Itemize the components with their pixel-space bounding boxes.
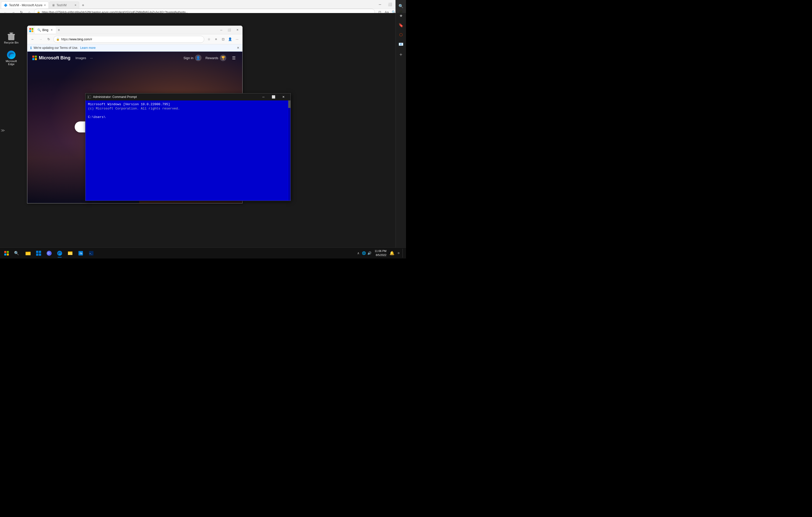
- bing-win-maximize[interactable]: ⬜: [226, 27, 233, 33]
- bing-nav-images[interactable]: Images: [76, 56, 86, 60]
- cmd-scroll-thumb: [288, 100, 290, 108]
- host-tab-active[interactable]: 🔷 TestVM - Microsoft Azure ✕: [1, 1, 49, 8]
- svg-text:>_: >_: [89, 252, 92, 255]
- bing-collections-icon[interactable]: ⊡: [220, 36, 226, 42]
- host-new-tab-button[interactable]: +: [80, 2, 86, 8]
- svg-text:D: D: [48, 252, 50, 255]
- host-tab-active-close[interactable]: ✕: [44, 4, 46, 6]
- recycle-bin-desktop-icon[interactable]: Recycle Bin: [2, 31, 20, 44]
- edge-sidebar-collections-icon[interactable]: 🔖: [397, 21, 405, 29]
- edge-sidebar-search-icon[interactable]: 🔍: [397, 2, 405, 10]
- cmd-minimize-button[interactable]: ─: [258, 93, 268, 100]
- desktop-scroll-arrow[interactable]: ≫: [1, 128, 5, 133]
- taskbar-chevron-icon[interactable]: ∧: [356, 251, 360, 255]
- host-tab-active-label: TestVM - Microsoft Azure: [9, 3, 42, 7]
- bing-rewards-text: Rewards: [205, 56, 218, 60]
- edge-desktop-icon[interactable]: Microsoft Edge: [2, 50, 20, 66]
- taskbar: 🔍 D: [0, 247, 406, 258]
- host-minimize-button[interactable]: ─: [375, 0, 385, 8]
- win-logo-sq2: [7, 251, 9, 253]
- bing-browser-app-icon: [29, 28, 34, 33]
- svg-text:C: C: [88, 96, 89, 98]
- bing-navbar: ← → ↻ 🔒 https://www.bing.com/# ☆ ≡ ⊡ 👤 ·…: [27, 34, 242, 44]
- bing-settings-icon[interactable]: ···: [234, 36, 240, 42]
- bing-tab-icon: 🔍: [37, 28, 41, 32]
- bing-win-controls: ─ ⬜ ✕: [218, 27, 241, 33]
- bing-logo-text: Microsoft Bing: [39, 55, 70, 61]
- taskbar-start-button[interactable]: [2, 249, 11, 258]
- taskbar-search-button[interactable]: 🔍: [12, 249, 21, 258]
- logo-sq3: [32, 58, 34, 60]
- taskbar-settings-icon[interactable]: ⚙: [396, 249, 401, 258]
- windows-logo-icon: [4, 251, 9, 255]
- desktop: Recycle Bin Microsoft Edge ≫: [0, 13, 406, 247]
- bing-profile-icon[interactable]: 👤: [227, 36, 233, 42]
- logo-sq2: [35, 56, 37, 58]
- notif-learn-more-link[interactable]: Learn more: [80, 46, 95, 50]
- svg-rect-1: [8, 34, 15, 35]
- bing-browser-titlebar: 🔍 Bing ✕ + ─ ⬜ ✕: [27, 26, 242, 34]
- bing-address-bar[interactable]: 🔒 https://www.bing.com/#: [53, 36, 204, 43]
- taskbar-edge-app[interactable]: [55, 248, 65, 258]
- bing-win-close[interactable]: ✕: [234, 27, 241, 33]
- cmd-line-2: (c) Microsoft Corporation. All rights re…: [88, 107, 288, 111]
- taskbar-start-menu-app[interactable]: [34, 248, 44, 258]
- store-icon: 🛍: [78, 250, 83, 256]
- cmd-line-3: [88, 111, 288, 115]
- taskbar-terminal-app[interactable]: >_: [86, 248, 96, 258]
- taskbar-clock[interactable]: 11:06 PM 8/5/2022: [373, 249, 388, 257]
- taskbar-store-app[interactable]: 🛍: [76, 248, 86, 258]
- svg-rect-8: [32, 28, 33, 30]
- bing-tab[interactable]: 🔍 Bing ✕: [35, 27, 56, 34]
- taskbar-discord-app[interactable]: D: [44, 248, 54, 258]
- edge-sidebar-favorites-icon[interactable]: ★: [397, 11, 405, 20]
- cmd-scrollbar[interactable]: [288, 100, 290, 201]
- host-tab-inactive-close[interactable]: ✕: [75, 4, 77, 6]
- cmd-body[interactable]: Microsoft Windows [Version 10.0.22000.79…: [85, 100, 290, 201]
- bing-rewards-button[interactable]: Rewards 🏆: [205, 55, 226, 61]
- taskbar-network-icon[interactable]: 🌐: [361, 251, 366, 255]
- edge-sidebar-outlook-icon[interactable]: 📧: [397, 40, 405, 48]
- azure-tab-icon: 🔷: [4, 3, 7, 7]
- logo-sq1: [32, 56, 34, 58]
- bing-reading-list-icon[interactable]: ≡: [213, 36, 219, 42]
- bing-tab-close[interactable]: ✕: [50, 28, 53, 32]
- bing-logo[interactable]: Microsoft Bing: [32, 55, 70, 61]
- taskbar-volume-icon[interactable]: 🔊: [367, 251, 372, 255]
- edge-sidebar-office-icon[interactable]: ⬡: [397, 31, 405, 38]
- cmd-maximize-button[interactable]: ⬜: [268, 93, 279, 100]
- taskbar-show-desktop-button[interactable]: [403, 249, 404, 258]
- bing-new-tab-button[interactable]: +: [56, 27, 62, 33]
- cmd-close-button[interactable]: ✕: [279, 93, 288, 100]
- cmd-line-4: C:\Users\: [88, 115, 288, 119]
- host-tab-inactive[interactable]: 🖥 TestVM ✕: [49, 1, 79, 8]
- bing-tab-label: Bing: [42, 28, 48, 32]
- bing-win-minimize[interactable]: ─: [218, 27, 225, 33]
- win-logo-sq3: [4, 253, 6, 255]
- taskbar-date: 8/5/2022: [375, 253, 386, 257]
- recycle-bin-icon: [6, 31, 16, 41]
- notif-info-icon: ℹ: [30, 46, 32, 50]
- cmd-titlebar-text: Administrator: Command Prompt: [93, 95, 256, 99]
- bing-rewards-icon: 🏆: [220, 55, 226, 61]
- taskbar-files-app[interactable]: [65, 248, 75, 258]
- taskbar-file-explorer-app[interactable]: [23, 248, 33, 258]
- bing-signin-button[interactable]: Sign in 👤: [183, 55, 202, 61]
- svg-rect-15: [26, 252, 31, 255]
- win-logo-sq1: [4, 251, 6, 253]
- bing-favorites-icon[interactable]: ☆: [206, 36, 212, 42]
- notif-close-button[interactable]: ✕: [237, 46, 239, 50]
- bing-header-right: Sign in 👤 Rewards 🏆 ☰: [183, 54, 237, 61]
- bing-hamburger-menu[interactable]: ☰: [230, 54, 237, 61]
- bing-nav-more[interactable]: ···: [90, 56, 93, 60]
- bing-refresh-button[interactable]: ↻: [46, 36, 52, 42]
- edge-app-label: Microsoft Edge: [2, 60, 20, 66]
- cmd-win-controls: ─ ⬜ ✕: [258, 93, 288, 100]
- host-maximize-button[interactable]: ⬜: [385, 0, 395, 8]
- notif-text: We're updating our Terms of Use.: [34, 46, 78, 50]
- taskbar-time: 11:06 PM: [375, 249, 386, 253]
- bing-back-button[interactable]: ←: [29, 36, 36, 42]
- taskbar-notification-bell[interactable]: 🔔: [389, 249, 395, 258]
- edge-sidebar-add-button[interactable]: +: [397, 51, 405, 59]
- bing-forward-button[interactable]: →: [37, 36, 44, 42]
